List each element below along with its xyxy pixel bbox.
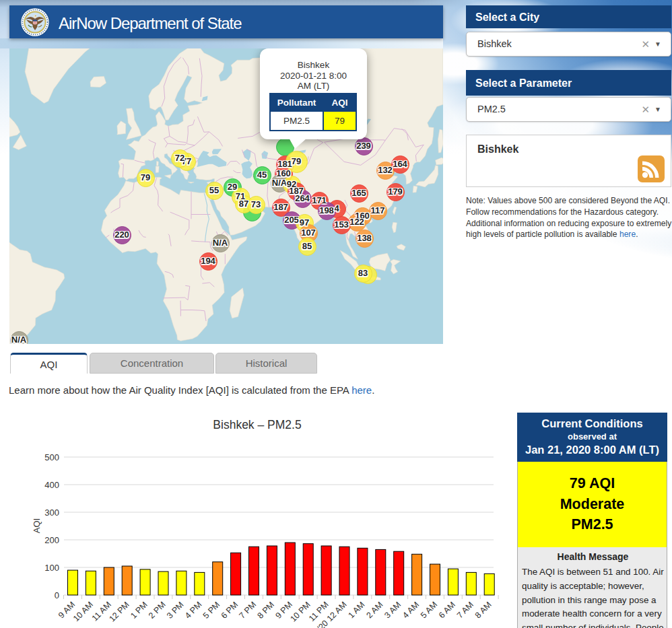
- svg-text:10 AM: 10 AM: [71, 600, 95, 623]
- svg-text:6 AM: 6 AM: [437, 600, 457, 620]
- svg-text:AQI: AQI: [32, 518, 42, 533]
- svg-text:7 PM: 7 PM: [238, 600, 259, 621]
- svg-text:1 PM: 1 PM: [129, 600, 149, 621]
- svg-text:0: 0: [55, 590, 59, 600]
- svg-text:4 PM: 4 PM: [183, 600, 204, 621]
- svg-text:1 AM: 1 AM: [346, 600, 366, 620]
- svg-text:6 PM: 6 PM: [220, 600, 240, 621]
- svg-text:2 PM: 2 PM: [147, 600, 168, 621]
- svg-text:3 PM: 3 PM: [165, 600, 186, 621]
- svg-text:500: 500: [44, 452, 59, 462]
- svg-text:5 PM: 5 PM: [201, 600, 222, 621]
- svg-text:400: 400: [44, 480, 59, 490]
- svg-text:8 PM: 8 PM: [255, 600, 276, 621]
- svg-text:7 AM: 7 AM: [455, 600, 475, 620]
- svg-text:4 AM: 4 AM: [401, 600, 421, 620]
- svg-text:12 PM: 12 PM: [107, 600, 131, 623]
- svg-text:200: 200: [44, 535, 59, 545]
- svg-text:8 AM: 8 AM: [473, 600, 494, 620]
- svg-text:300: 300: [44, 508, 59, 518]
- svg-text:100: 100: [44, 563, 59, 573]
- svg-text:3 AM: 3 AM: [382, 600, 403, 620]
- svg-text:2 AM: 2 AM: [364, 600, 384, 620]
- svg-text:10 PM: 10 PM: [288, 600, 312, 623]
- svg-text:5 AM: 5 AM: [419, 600, 439, 620]
- svg-text:Bishkek – PM2.5: Bishkek – PM2.5: [213, 418, 301, 431]
